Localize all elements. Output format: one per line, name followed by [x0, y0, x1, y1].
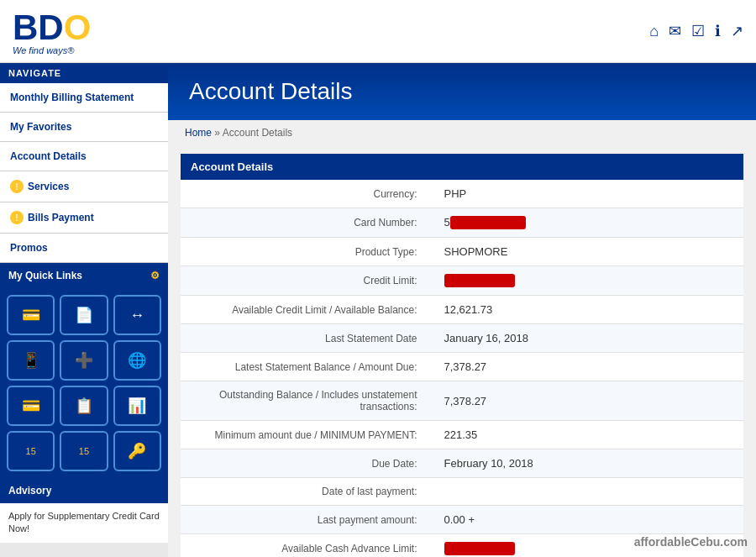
label-latest-balance: Latest Statement Balance / Amount Due:: [181, 353, 434, 381]
label-available-credit: Available Credit Limit / Available Balan…: [181, 296, 434, 324]
home-icon[interactable]: ⌂: [649, 23, 659, 40]
ql-btn-4[interactable]: 📱: [7, 340, 55, 381]
ql-icon-12: 🔑: [128, 442, 146, 460]
row-credit-limit: Credit Limit:: [181, 266, 743, 296]
value-outstanding-balance: 7,378.27: [434, 381, 744, 421]
main-layout: NAVIGATE Monthly Billing Statement My Fa…: [0, 63, 756, 557]
quick-links-grid: 💳 📄 ↔ 📱 ➕ 🌐 💳 📋 📊 15 15 🔑: [0, 288, 168, 478]
row-last-payment-amount: Last payment amount: 0.00 +: [181, 506, 743, 534]
sidebar-item-services[interactable]: ! Services: [0, 171, 168, 202]
sidebar: NAVIGATE Monthly Billing Statement My Fa…: [0, 63, 168, 557]
ql-icon-6: 🌐: [128, 351, 146, 370]
info-icon[interactable]: ℹ: [715, 22, 721, 40]
advisory-header: Advisory: [0, 478, 168, 503]
bills-label: Bills Payment: [28, 212, 94, 223]
bdo-logo: B D O: [13, 8, 91, 48]
value-last-payment-amount: 0.00 +: [434, 506, 744, 534]
label-currency: Currency:: [181, 180, 434, 208]
row-product-type: Product Type: SHOPMORE: [181, 238, 743, 266]
card-redacted: [450, 216, 527, 229]
ql-icon-5: ➕: [75, 351, 93, 370]
main-content: Account Details Home » Account Details A…: [168, 63, 756, 557]
services-label: Services: [28, 181, 69, 192]
value-card-number: 5: [434, 208, 744, 238]
ql-btn-3[interactable]: ↔: [113, 295, 161, 335]
logo-d: D: [38, 8, 63, 48]
ql-btn-12[interactable]: 🔑: [113, 431, 161, 471]
ql-btn-7[interactable]: 💳: [7, 386, 55, 426]
navigate-label: NAVIGATE: [0, 63, 168, 83]
sidebar-item-bills-payment[interactable]: ! Bills Payment: [0, 202, 168, 234]
row-currency: Currency: PHP: [181, 180, 743, 208]
content-area: Account Details Currency: PHP Card Numbe…: [168, 145, 756, 557]
breadcrumb: Home » Account Details: [168, 120, 756, 145]
logo-o: O: [64, 8, 92, 48]
credit-redacted: [444, 274, 515, 287]
sidebar-item-account-details[interactable]: Account Details: [0, 142, 168, 171]
check-icon[interactable]: ☑: [691, 22, 705, 40]
row-minimum-payment: Minimum amount due / MINIMUM PAYMENT: 22…: [181, 421, 743, 449]
mail-icon[interactable]: ✉: [669, 22, 681, 40]
advisory-content: Apply for Supplementary Credit Card Now!: [0, 503, 168, 543]
row-last-statement-date: Last Statement Date January 16, 2018: [181, 324, 743, 353]
ql-icon-4: 📱: [22, 351, 40, 370]
cash-advance-redacted: [444, 542, 515, 555]
ql-icon-8: 📋: [75, 397, 93, 415]
value-last-statement-date: January 16, 2018: [434, 324, 744, 353]
row-outstanding-balance: Outstanding Balance / Includes unstateme…: [181, 381, 743, 421]
value-latest-balance: 7,378.27: [434, 353, 744, 381]
ql-icon-10: 15: [26, 446, 36, 456]
sidebar-item-monthly-billing[interactable]: Monthly Billing Statement: [0, 83, 168, 113]
label-credit-limit: Credit Limit:: [181, 266, 434, 296]
watermark: affordableCebu.com: [634, 535, 748, 549]
label-card-number: Card Number:: [181, 208, 434, 238]
value-credit-limit: [434, 266, 744, 296]
page-header: B D O We find ways® ⌂ ✉ ☑ ℹ ↗: [0, 0, 756, 63]
value-product-type: SHOPMORE: [434, 238, 744, 266]
breadcrumb-current: Account Details: [223, 127, 292, 139]
value-currency: PHP: [434, 180, 744, 208]
label-outstanding-balance: Outstanding Balance / Includes unstateme…: [181, 381, 434, 421]
header-icons: ⌂ ✉ ☑ ℹ ↗: [649, 22, 743, 40]
quick-links-label: My Quick Links: [8, 270, 82, 281]
value-last-payment-date: [434, 478, 744, 506]
sidebar-item-promos[interactable]: Promos: [0, 234, 168, 263]
ql-btn-10[interactable]: 15: [7, 431, 55, 471]
ql-icon-3: ↔: [129, 307, 144, 324]
breadcrumb-separator: »: [214, 127, 220, 139]
ql-btn-9[interactable]: 📊: [113, 386, 161, 426]
bills-icon: !: [10, 211, 24, 224]
ql-icon-9: 📊: [128, 397, 146, 415]
ql-icon-11: 15: [79, 446, 89, 456]
ql-btn-1[interactable]: 💳: [7, 295, 55, 335]
page-title-bar: Account Details: [168, 63, 756, 120]
gear-icon[interactable]: ⚙: [150, 270, 160, 281]
label-due-date: Due Date:: [181, 449, 434, 478]
details-table: Currency: PHP Card Number: 5 Product Typ…: [181, 180, 743, 557]
label-last-payment-date: Date of last payment:: [181, 478, 434, 506]
services-icon: !: [10, 180, 24, 193]
ql-icon-1: 💳: [22, 306, 40, 324]
section-header: Account Details: [181, 154, 743, 180]
ql-btn-2[interactable]: 📄: [60, 295, 108, 335]
ql-btn-8[interactable]: 📋: [60, 386, 108, 426]
label-last-payment-amount: Last payment amount:: [181, 506, 434, 534]
sidebar-item-favorites[interactable]: My Favorites: [0, 113, 168, 142]
breadcrumb-home[interactable]: Home: [185, 127, 212, 139]
value-available-credit: 12,621.73: [434, 296, 744, 324]
share-icon[interactable]: ↗: [731, 22, 743, 40]
row-card-number: Card Number: 5: [181, 208, 743, 238]
quick-links-header: My Quick Links ⚙: [0, 263, 168, 288]
ql-btn-6[interactable]: 🌐: [113, 340, 161, 381]
label-last-statement-date: Last Statement Date: [181, 324, 434, 353]
row-due-date: Due Date: February 10, 2018: [181, 449, 743, 478]
logo-area: B D O We find ways®: [13, 8, 91, 55]
page-title: Account Details: [189, 78, 735, 105]
label-minimum-payment: Minimum amount due / MINIMUM PAYMENT:: [181, 421, 434, 449]
logo-tagline: We find ways®: [13, 45, 91, 55]
row-available-credit: Available Credit Limit / Available Balan…: [181, 296, 743, 324]
ql-btn-11[interactable]: 15: [60, 431, 108, 471]
label-product-type: Product Type:: [181, 238, 434, 266]
ql-btn-5[interactable]: ➕: [60, 340, 108, 381]
ql-icon-2: 📄: [75, 306, 93, 324]
